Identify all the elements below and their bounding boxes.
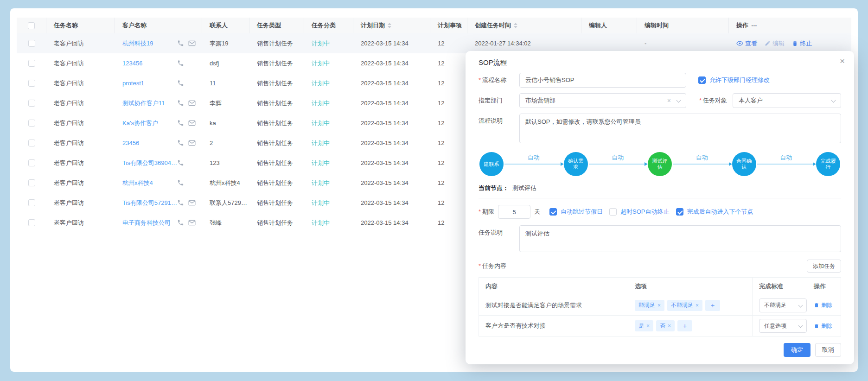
mail-icon[interactable] bbox=[188, 40, 196, 46]
department-select[interactable]: 市场营销部× bbox=[519, 93, 686, 108]
view-link[interactable]: 查看 bbox=[736, 39, 757, 48]
phone-icon[interactable] bbox=[177, 40, 184, 47]
remove-tag-icon[interactable]: × bbox=[657, 302, 661, 309]
task-target-select[interactable]: 本人客户 bbox=[733, 93, 841, 108]
confirm-button[interactable]: 确定 bbox=[784, 343, 811, 357]
customer-link[interactable]: 电子商务科技公司 bbox=[122, 219, 171, 227]
option-tag[interactable]: 不能满足× bbox=[667, 300, 702, 311]
process-desc-row: 流程说明 默认SOP，如需修改，请联系您公司管理员 bbox=[479, 114, 841, 143]
remove-tag-icon[interactable]: × bbox=[646, 323, 650, 329]
add-option-button[interactable]: + bbox=[705, 300, 720, 311]
customer-link[interactable]: 23456 bbox=[122, 140, 139, 146]
add-option-button[interactable]: + bbox=[677, 320, 692, 331]
plan-date: 2022-03-15 14:34 bbox=[353, 80, 430, 87]
task-type: 销售计划任务 bbox=[249, 159, 304, 167]
delete-link[interactable]: 删除 bbox=[814, 301, 832, 309]
task-type: 销售计划任务 bbox=[249, 119, 304, 127]
row-checkbox[interactable] bbox=[28, 219, 35, 226]
row-checkbox[interactable] bbox=[28, 60, 35, 67]
row-checkbox[interactable] bbox=[28, 120, 35, 127]
status-badge: 计划中 bbox=[304, 159, 353, 167]
customer-link[interactable]: 123456 bbox=[122, 60, 142, 67]
skip-holidays-label[interactable]: 自动跳过节假日 bbox=[561, 208, 603, 216]
row-checkbox[interactable] bbox=[28, 100, 35, 107]
option-tag[interactable]: 能满足× bbox=[635, 300, 664, 311]
flow-node[interactable]: 完成履行 bbox=[816, 152, 840, 176]
task-desc-label: 任务说明 bbox=[479, 225, 519, 237]
edit-link[interactable]: 编辑 bbox=[765, 39, 785, 48]
allow-edit-checkbox[interactable] bbox=[698, 76, 706, 84]
mail-icon[interactable] bbox=[188, 120, 196, 126]
task-content-text: 测试对接是否能满足客户的场景需求 bbox=[479, 295, 628, 315]
option-tag[interactable]: 是× bbox=[635, 320, 653, 331]
row-checkbox[interactable] bbox=[28, 80, 35, 87]
option-tag[interactable]: 否× bbox=[656, 320, 675, 331]
sort-icon[interactable] bbox=[388, 23, 391, 28]
standard-select[interactable]: 不能满足 bbox=[759, 298, 807, 312]
status-badge: 计划中 bbox=[304, 79, 353, 88]
flow-node[interactable]: 合同确认 bbox=[732, 152, 756, 176]
plan-date: 2022-03-15 14:34 bbox=[353, 179, 430, 186]
customer-link[interactable]: 杭州科技19 bbox=[122, 39, 153, 48]
col-plan-date[interactable]: 计划日期 bbox=[353, 18, 430, 33]
flow-node-active[interactable]: 测试评估 bbox=[648, 152, 672, 176]
row-checkbox[interactable] bbox=[28, 40, 35, 47]
col-create-time[interactable]: 创建任务时间 bbox=[467, 18, 581, 33]
row-checkbox[interactable] bbox=[28, 140, 35, 146]
col-actions: 操作⋯ bbox=[729, 18, 851, 33]
task-content-table: 内容 选项 完成标准 操作 测试对接是否能满足客户的场景需求 能满足× 不能满足… bbox=[479, 277, 841, 337]
phone-icon[interactable] bbox=[177, 80, 184, 87]
table-header-row: 任务名称 客户名称 联系人 任务类型 任务分类 计划日期 计划事项 创建任务时间… bbox=[17, 18, 851, 33]
phone-icon[interactable] bbox=[177, 60, 184, 67]
status-badge: 计划中 bbox=[304, 179, 353, 187]
customer-link[interactable]: protest1 bbox=[122, 80, 144, 87]
row-checkbox[interactable] bbox=[28, 179, 35, 186]
more-icon[interactable]: ⋯ bbox=[751, 22, 758, 29]
delete-link[interactable]: 删除 bbox=[814, 322, 832, 330]
skip-holidays-checkbox[interactable] bbox=[549, 208, 557, 216]
customer-link[interactable]: Tis有限公司36904287 bbox=[122, 159, 177, 167]
contact: 2 bbox=[202, 140, 249, 146]
mail-icon[interactable] bbox=[188, 200, 196, 206]
timeout-terminate-checkbox[interactable] bbox=[609, 208, 617, 216]
phone-icon[interactable] bbox=[177, 179, 184, 186]
phone-icon[interactable] bbox=[177, 140, 184, 146]
phone-icon[interactable] bbox=[177, 100, 184, 107]
clear-icon[interactable]: × bbox=[667, 97, 671, 104]
standard-select[interactable]: 任意选项 bbox=[759, 319, 807, 333]
auto-next-node-label[interactable]: 完成后自动进入下个节点 bbox=[687, 208, 753, 216]
row-checkbox[interactable] bbox=[28, 199, 35, 206]
remove-tag-icon[interactable]: × bbox=[668, 323, 671, 329]
task-name: 老客户回访 bbox=[46, 59, 115, 68]
mail-icon[interactable] bbox=[188, 100, 196, 106]
phone-icon[interactable] bbox=[177, 159, 184, 166]
row-checkbox[interactable] bbox=[28, 159, 35, 166]
add-task-button[interactable]: 添加任务 bbox=[807, 260, 841, 273]
remove-tag-icon[interactable]: × bbox=[696, 302, 699, 309]
cancel-button[interactable]: 取消 bbox=[815, 343, 841, 357]
process-name-input[interactable] bbox=[519, 73, 686, 88]
process-desc-textarea[interactable]: 默认SOP，如需修改，请联系您公司管理员 bbox=[519, 114, 841, 143]
mail-icon[interactable] bbox=[188, 220, 196, 226]
contact: 11 bbox=[202, 80, 249, 87]
sort-icon[interactable] bbox=[514, 23, 517, 28]
phone-icon[interactable] bbox=[177, 219, 184, 226]
customer-link[interactable]: 测试协作客户11 bbox=[122, 99, 165, 108]
timeout-terminate-label[interactable]: 超时SOP自动终止 bbox=[620, 208, 669, 216]
phone-icon[interactable] bbox=[177, 120, 184, 127]
customer-link[interactable]: Ka's协作客户 bbox=[122, 119, 158, 127]
auto-next-node-checkbox[interactable] bbox=[676, 208, 683, 216]
stop-link[interactable]: 终止 bbox=[792, 39, 812, 48]
customer-link[interactable]: 杭州x科技4 bbox=[122, 179, 153, 187]
select-all-checkbox[interactable] bbox=[28, 22, 35, 29]
deadline-input[interactable] bbox=[498, 205, 530, 219]
task-desc-textarea[interactable]: 测试评估 bbox=[519, 225, 841, 252]
close-icon[interactable]: × bbox=[840, 57, 845, 65]
customer-link[interactable]: Tis有限公司572914.. bbox=[122, 199, 177, 207]
phone-icon[interactable] bbox=[177, 199, 184, 206]
mail-icon[interactable] bbox=[188, 140, 196, 146]
flow-node[interactable]: 建联系 bbox=[479, 152, 504, 176]
allow-edit-label[interactable]: 允许下级部门经理修改 bbox=[709, 76, 770, 84]
deadline-label: *期限 bbox=[479, 208, 494, 216]
flow-node[interactable]: 确认需求 bbox=[564, 152, 588, 176]
